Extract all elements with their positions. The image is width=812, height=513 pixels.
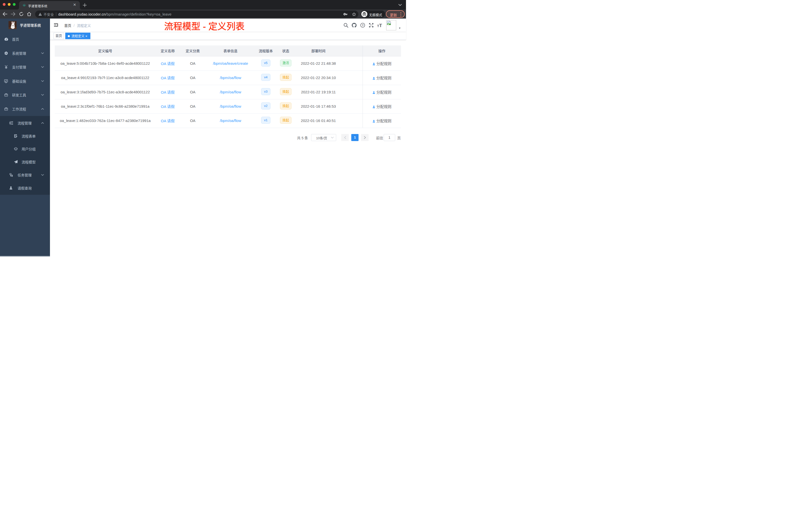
svg-text:?: ?	[362, 24, 364, 27]
svg-text:T: T	[379, 23, 382, 28]
svg-text:T: T	[377, 24, 379, 28]
